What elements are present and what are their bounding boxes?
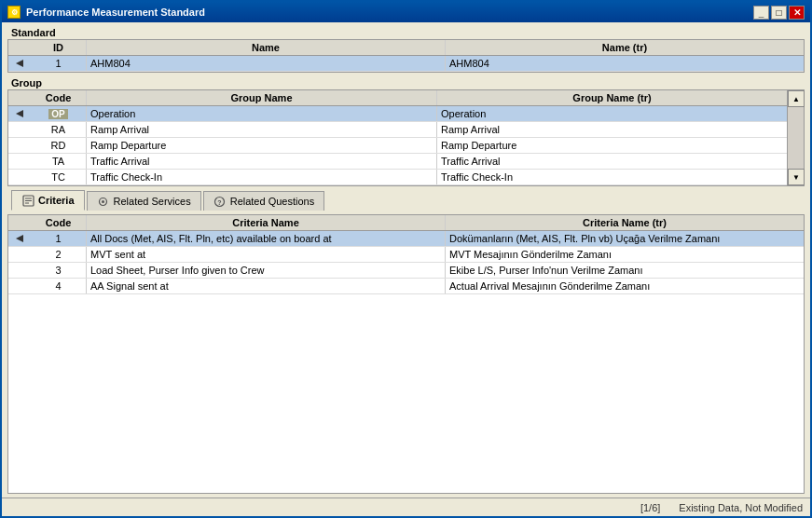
crit-row-name: Load Sheet, Purser Info given to Crew (87, 263, 446, 278)
header-icon-spacer (8, 40, 31, 55)
crit-col-code: Code (31, 215, 87, 230)
group-row-name-tr: Ramp Departure (437, 138, 787, 153)
title-bar-left: ⚙ Performance Measurement Standard (7, 6, 205, 19)
group-col-code: Code (31, 90, 87, 105)
criteria-header: Code Criteria Name Criteria Name (tr) (8, 215, 804, 231)
crit-row-indicator (8, 263, 31, 278)
group-row-name: Traffic Check-In (87, 170, 437, 184)
crit-row-indicator (8, 231, 31, 246)
crit-row-name: MVT sent at (87, 247, 446, 262)
standard-section: Standard ID Name Name (tr) 1 AHM804 (7, 26, 805, 73)
svg-marker-1 (16, 110, 23, 117)
group-row[interactable]: OPOperationOperation (8, 106, 787, 122)
group-rows-container: OPOperationOperationRARamp ArrivalRamp A… (8, 106, 787, 185)
tab-criteria[interactable]: Criteria (11, 190, 85, 211)
crit-row-code: 3 (31, 263, 87, 278)
criteria-row[interactable]: 1All Docs (Met, AIS, Flt. Pln, etc) avai… (8, 231, 804, 247)
crit-row-name-tr: Dokümanların (Met, AIS, Flt. Pln vb) Uça… (446, 231, 804, 246)
criteria-icon (21, 194, 34, 207)
tabs-row: Criteria Related Services ? Related Ques… (7, 190, 805, 211)
maximize-button[interactable]: □ (771, 6, 787, 20)
svg-point-7 (102, 200, 104, 203)
row-arrow-icon (8, 56, 31, 71)
crit-row-indicator (8, 247, 31, 262)
row-indicator (8, 122, 31, 137)
minimize-button[interactable]: _ (753, 6, 769, 20)
crit-row-indicator (8, 279, 31, 293)
group-col-name-tr: Group Name (tr) (437, 90, 787, 105)
row-indicator (8, 154, 31, 169)
row-indicator (8, 138, 31, 153)
crit-row-name-tr: Ekibe L/S, Purser Info'nun Verilme Zaman… (446, 263, 804, 278)
group-row-code: RA (31, 122, 87, 137)
group-row[interactable]: TATraffic ArrivalTraffic Arrival (8, 154, 787, 170)
std-col-name-tr: Name (tr) (446, 40, 804, 55)
scroll-track (788, 107, 804, 169)
criteria-row[interactable]: 2MVT sent atMVT Mesajının Gönderilme Zam… (8, 247, 804, 263)
group-row-code: OP (31, 106, 87, 121)
questions-icon: ? (213, 195, 227, 208)
group-scrollbar[interactable]: ▲ ▼ (787, 90, 804, 185)
tab-related-questions[interactable]: ? Related Questions (203, 191, 325, 211)
group-row-name-tr: Traffic Check-In (437, 170, 787, 184)
crit-header-icon-spacer (8, 215, 31, 230)
group-row[interactable]: RARamp ArrivalRamp Arrival (8, 122, 787, 138)
group-row-code: TA (31, 154, 87, 169)
window-title: Performance Measurement Standard (26, 7, 205, 18)
group-section-wrapper: Group Code Group Name Group Name (tr) OP… (7, 76, 805, 186)
title-bar: ⚙ Performance Measurement Standard _ □ ✕ (2, 2, 810, 22)
group-row-name: Operation (87, 106, 437, 121)
criteria-section: Code Criteria Name Criteria Name (tr) 1A… (7, 214, 805, 494)
group-row-code: RD (31, 138, 87, 153)
crit-col-name-tr: Criteria Name (tr) (446, 215, 804, 230)
std-col-name: Name (87, 40, 446, 55)
app-icon: ⚙ (7, 6, 21, 19)
scroll-up-button[interactable]: ▲ (788, 90, 805, 107)
crit-row-code: 1 (31, 231, 87, 246)
svg-marker-10 (16, 235, 23, 242)
tab-services-label: Related Services (114, 196, 191, 207)
scroll-down-button[interactable]: ▼ (788, 169, 805, 185)
status-text: Existing Data, Not Modified (679, 502, 803, 513)
group-row[interactable]: TCTraffic Check-InTraffic Check-In (8, 170, 787, 185)
crit-col-name: Criteria Name (87, 215, 446, 230)
std-col-id: ID (31, 40, 87, 55)
std-row-name-tr: AHM804 (446, 56, 804, 71)
title-buttons: _ □ ✕ (753, 6, 805, 20)
standard-label: Standard (7, 26, 805, 39)
group-table: Code Group Name Group Name (tr) OPOperat… (8, 90, 787, 185)
group-label: Group (7, 76, 805, 89)
group-row-name: Traffic Arrival (87, 154, 437, 169)
group-row[interactable]: RDRamp DepartureRamp Departure (8, 138, 787, 154)
header-icon-spacer2 (8, 90, 31, 105)
main-window: ⚙ Performance Measurement Standard _ □ ✕… (0, 0, 812, 518)
svg-marker-0 (16, 60, 23, 67)
std-row-name: AHM804 (87, 56, 446, 71)
crit-row-name: All Docs (Met, AIS, Flt. Pln, etc) avail… (87, 231, 446, 246)
group-table-container: Code Group Name Group Name (tr) OPOperat… (7, 89, 805, 186)
main-content: Standard ID Name Name (tr) 1 AHM804 (2, 22, 810, 498)
crit-row-name-tr: MVT Mesajının Gönderilme Zamanı (446, 247, 804, 262)
crit-row-name-tr: Actual Arrival Mesajının Gönderilme Zama… (446, 279, 804, 293)
group-row-name-tr: Operation (437, 106, 787, 121)
services-icon (97, 195, 110, 208)
status-bar: [1/6] Existing Data, Not Modified (2, 498, 810, 516)
group-row-name: Ramp Arrival (87, 122, 437, 137)
svg-text:?: ? (218, 198, 222, 205)
tab-related-services[interactable]: Related Services (87, 191, 201, 211)
tab-questions-label: Related Questions (230, 196, 315, 207)
std-row-id: 1 (31, 56, 87, 71)
criteria-row[interactable]: 3Load Sheet, Purser Info given to CrewEk… (8, 263, 804, 279)
standard-header: ID Name Name (tr) (8, 40, 804, 56)
standard-row[interactable]: 1 AHM804 AHM804 (8, 56, 804, 72)
row-indicator (8, 106, 31, 121)
standard-table: ID Name Name (tr) 1 AHM804 AHM804 (7, 39, 805, 73)
group-row-name: Ramp Departure (87, 138, 437, 153)
pagination: [1/6] (640, 502, 660, 513)
tab-criteria-label: Criteria (38, 195, 75, 206)
close-button[interactable]: ✕ (789, 6, 805, 20)
group-row-name-tr: Ramp Arrival (437, 122, 787, 137)
group-header: Code Group Name Group Name (tr) (8, 90, 787, 106)
group-col-name: Group Name (87, 90, 437, 105)
criteria-row[interactable]: 4AA Signal sent atActual Arrival Mesajın… (8, 279, 804, 294)
